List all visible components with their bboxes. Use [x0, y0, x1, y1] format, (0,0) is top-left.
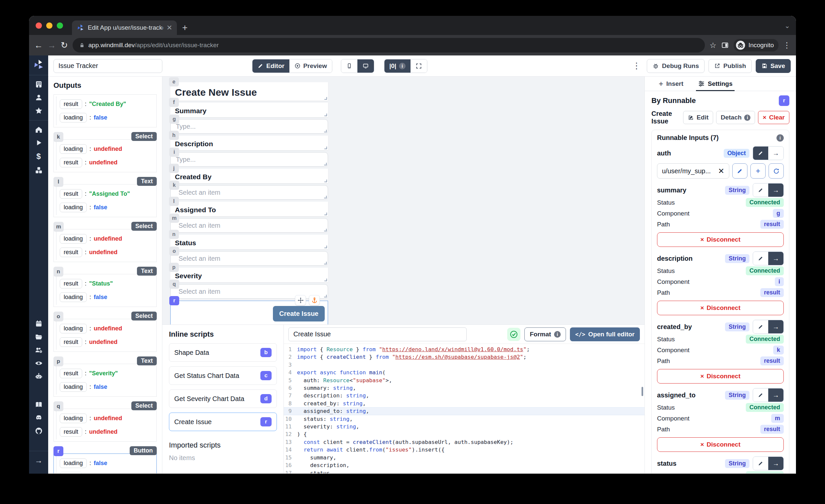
minimize-window-button[interactable] [46, 22, 53, 29]
component-id-badge[interactable]: f [169, 98, 179, 107]
resize-handle[interactable] [324, 147, 327, 149]
output-key-pill[interactable]: loading [60, 234, 87, 243]
resize-handle[interactable] [324, 97, 327, 100]
anchor-icon[interactable] [309, 295, 320, 305]
resize-handle[interactable] [324, 279, 327, 281]
output-key-pill[interactable]: loading [60, 144, 87, 154]
edit-runnable-button[interactable]: Edit [683, 111, 713, 124]
robot-icon[interactable] [34, 372, 43, 380]
disconnect-button[interactable]: ×Disconnect [657, 369, 784, 383]
output-card[interactable]: nTextresult:"Status"loading:false [54, 267, 157, 307]
output-card[interactable]: result:"Created By"loading:false [54, 94, 157, 127]
script-item[interactable]: Create Issuer [169, 413, 277, 431]
component-id-badge[interactable]: o [54, 311, 63, 321]
component-id-badge[interactable]: p [54, 356, 63, 366]
component-id-badge[interactable]: i [169, 148, 179, 157]
side-panel-icon[interactable] [721, 41, 729, 49]
component-id-badge[interactable]: m [169, 214, 179, 223]
resize-handle[interactable] [324, 213, 327, 215]
output-card[interactable]: mSelectloading:undefinedresult:undefined [54, 222, 157, 262]
create-issue-button[interactable]: Create Issue [273, 306, 325, 321]
output-key-pill[interactable]: loading [60, 292, 87, 302]
output-key-pill[interactable]: result [60, 99, 82, 109]
mobile-view-button[interactable] [341, 59, 357, 73]
script-item[interactable]: Shape Datab [169, 343, 277, 362]
calendar-icon[interactable] [34, 319, 43, 328]
component-id-badge[interactable]: m [54, 222, 64, 232]
format-button[interactable]: Format i [524, 328, 566, 341]
browser-menu-icon[interactable]: ⋮ [783, 41, 791, 50]
component-id-badge[interactable]: l [169, 197, 179, 206]
tab-close-icon[interactable]: ✕ [166, 24, 172, 32]
static-mode-button[interactable] [753, 184, 768, 197]
disconnect-button[interactable]: ×Disconnect [657, 437, 784, 452]
users-gear-icon[interactable] [34, 346, 43, 354]
move-handle-icon[interactable] [295, 295, 306, 305]
debug-runs-button[interactable]: Debug Runs [647, 59, 704, 73]
refresh-resource-button[interactable] [768, 163, 784, 178]
resize-handle[interactable] [324, 245, 327, 248]
canvas-component-g[interactable]: gType... [170, 119, 328, 134]
new-tab-button[interactable]: + [182, 22, 188, 33]
output-card[interactable]: lTextresult:"Assigned To"loading:false [54, 177, 157, 217]
canvas-component-i[interactable]: iType... [170, 152, 328, 167]
output-key-pill[interactable]: result [60, 337, 82, 347]
folder-icon[interactable] [34, 333, 43, 341]
component-id-badge[interactable]: n [54, 267, 63, 277]
component-id-badge[interactable]: j [169, 164, 179, 173]
eye-icon[interactable] [34, 359, 43, 367]
script-name-input[interactable] [288, 328, 467, 341]
connect-mode-button[interactable]: → [768, 252, 783, 265]
bookmark-star-icon[interactable]: ☆ [709, 41, 717, 50]
cubes-icon[interactable] [34, 166, 43, 174]
script-item[interactable]: Get Severity Chart Datad [169, 389, 277, 408]
output-key-pill[interactable]: loading [60, 324, 87, 333]
component-id-badge[interactable]: e [169, 77, 179, 86]
info-icon[interactable]: i [554, 331, 561, 338]
output-card[interactable]: kSelectloading:undefinedresult:undefined [54, 132, 157, 172]
canvas-component-e[interactable]: eCreate New Issue [170, 82, 328, 101]
output-key-pill[interactable]: loading [60, 203, 87, 212]
info-icon[interactable]: i [776, 134, 784, 142]
component-id-badge[interactable]: p [169, 263, 179, 272]
app-grid-icon[interactable] [34, 80, 43, 88]
editor-scrollbar[interactable] [642, 387, 643, 396]
output-card[interactable]: qSelectloading:undefinedresult:undefined [54, 401, 157, 442]
fullscreen-button[interactable] [410, 59, 427, 73]
desktop-view-button[interactable] [357, 59, 374, 73]
discord-icon[interactable] [34, 414, 43, 422]
app-canvas[interactable]: eCreate New IssuefSummarygType...hDescri… [162, 77, 645, 325]
disconnect-button[interactable]: ×Disconnect [657, 301, 784, 315]
windmill-logo[interactable] [33, 59, 45, 72]
canvas-component-m[interactable]: mSelect an item [170, 218, 328, 233]
resize-handle[interactable] [324, 130, 327, 132]
canvas-component-l[interactable]: lAssigned To [170, 202, 328, 216]
github-icon[interactable] [34, 427, 43, 435]
address-bar[interactable]: app.windmill.dev/apps/edit/u/user/issue-… [73, 38, 705, 53]
component-id-badge[interactable]: g [169, 115, 179, 124]
output-key-pill[interactable]: result [60, 247, 82, 257]
output-key-pill[interactable]: loading [60, 458, 87, 468]
static-mode-button[interactable] [753, 388, 768, 402]
static-mode-button[interactable] [753, 252, 768, 265]
tab-preview[interactable]: Preview [289, 59, 332, 73]
connect-mode-button[interactable]: → [768, 457, 783, 470]
open-full-editor-button[interactable]: </> Open full editor [570, 328, 640, 341]
info-icon[interactable]: i [744, 115, 750, 121]
canvas-component-o[interactable]: oSelect an item [170, 251, 328, 266]
collapse-arrow-icon[interactable]: → [34, 456, 43, 465]
refresh-icon[interactable]: ↻ [61, 40, 68, 51]
output-card[interactable]: rButtonloading:falseresult:undefined [54, 446, 157, 473]
output-key-pill[interactable]: loading [60, 113, 87, 123]
output-card[interactable]: oSelectloading:undefinedresult:undefined [54, 311, 157, 352]
clear-x-icon[interactable]: ✕ [718, 167, 724, 175]
component-id-badge[interactable]: k [169, 181, 179, 190]
output-key-pill[interactable]: result [60, 472, 82, 473]
canvas-component-j[interactable]: jCreated By [170, 169, 328, 183]
back-icon[interactable]: ← [34, 40, 43, 51]
close-window-button[interactable] [35, 22, 42, 29]
resize-handle[interactable] [324, 295, 327, 297]
output-key-pill[interactable]: result [60, 427, 82, 437]
component-id-badge[interactable]: r [54, 446, 63, 456]
resize-handle[interactable] [324, 262, 327, 264]
